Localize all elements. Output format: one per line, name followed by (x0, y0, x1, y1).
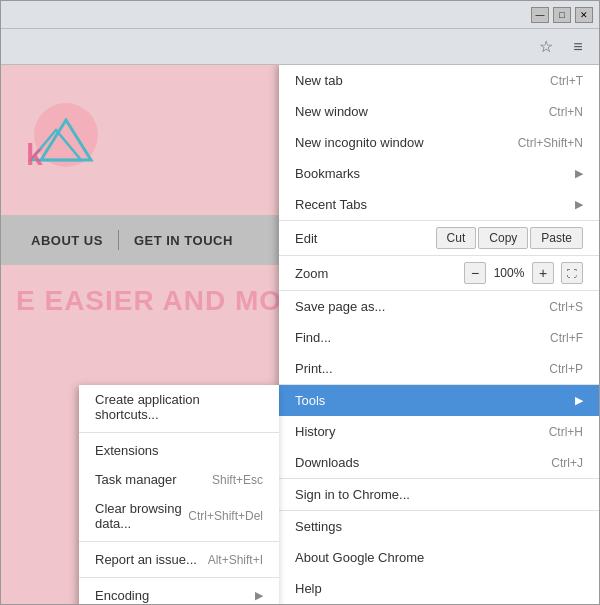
website-content: k ABOUT US GET IN TOUCH E EASIER AND MOR… (1, 65, 599, 604)
submenu-extensions-label: Extensions (95, 443, 159, 458)
menu-history-label: History (295, 424, 335, 439)
menu-new-incognito-shortcut: Ctrl+Shift+N (518, 136, 583, 150)
menu-icon[interactable]: ≡ (565, 34, 591, 60)
zoom-controls: − 100% + ⛶ (464, 262, 583, 284)
submenu-report-issue[interactable]: Report an issue... Alt+Shift+I (79, 545, 279, 574)
menu-tools[interactable]: Tools ▶ (279, 385, 599, 416)
zoom-value: 100% (489, 266, 529, 280)
submenu-encoding[interactable]: Encoding ▶ (79, 581, 279, 604)
tools-arrow-icon: ▶ (575, 394, 583, 407)
close-button[interactable]: ✕ (575, 7, 593, 23)
menu-sign-in-label: Sign in to Chrome... (295, 487, 410, 502)
browser-toolbar: ☆ ≡ (1, 29, 599, 65)
zoom-plus-button[interactable]: + (532, 262, 554, 284)
menu-new-incognito-label: New incognito window (295, 135, 424, 150)
paste-button[interactable]: Paste (530, 227, 583, 249)
edit-label: Edit (295, 231, 317, 246)
menu-save-page-label: Save page as... (295, 299, 385, 314)
submenu-create-app-label: Create application shortcuts... (95, 392, 263, 422)
title-bar: — □ ✕ (1, 1, 599, 29)
menu-new-tab-shortcut: Ctrl+T (550, 74, 583, 88)
copy-button[interactable]: Copy (478, 227, 528, 249)
zoom-fullscreen-button[interactable]: ⛶ (561, 262, 583, 284)
menu-help[interactable]: Help (279, 573, 599, 604)
menu-recent-tabs[interactable]: Recent Tabs ▶ (279, 189, 599, 221)
menu-about-chrome-label: About Google Chrome (295, 550, 424, 565)
submenu-extensions[interactable]: Extensions (79, 436, 279, 465)
submenu-encoding-label: Encoding (95, 588, 149, 603)
maximize-button[interactable]: □ (553, 7, 571, 23)
menu-history[interactable]: History Ctrl+H (279, 416, 599, 447)
submenu-report-issue-shortcut: Alt+Shift+I (208, 553, 263, 567)
menu-find-label: Find... (295, 330, 331, 345)
menu-print-label: Print... (295, 361, 333, 376)
window-controls: — □ ✕ (531, 7, 593, 23)
menu-print[interactable]: Print... Ctrl+P (279, 353, 599, 385)
nav-about-us[interactable]: ABOUT US (16, 233, 118, 248)
submenu-create-app[interactable]: Create application shortcuts... (79, 385, 279, 429)
menu-save-page[interactable]: Save page as... Ctrl+S (279, 291, 599, 322)
menu-bookmarks-label: Bookmarks (295, 166, 360, 181)
menu-save-page-shortcut: Ctrl+S (549, 300, 583, 314)
submenu-task-manager[interactable]: Task manager Shift+Esc (79, 465, 279, 494)
tools-row-container: Tools ▶ Create application shortcuts... … (279, 385, 599, 416)
zoom-minus-button[interactable]: − (464, 262, 486, 284)
menu-history-shortcut: Ctrl+H (549, 425, 583, 439)
minimize-button[interactable]: — (531, 7, 549, 23)
menu-recent-tabs-label: Recent Tabs (295, 197, 367, 212)
menu-new-tab[interactable]: New tab Ctrl+T (279, 65, 599, 96)
menu-print-shortcut: Ctrl+P (549, 362, 583, 376)
encoding-arrow-icon: ▶ (255, 589, 263, 602)
menu-downloads[interactable]: Downloads Ctrl+J (279, 447, 599, 479)
menu-downloads-label: Downloads (295, 455, 359, 470)
menu-find[interactable]: Find... Ctrl+F (279, 322, 599, 353)
submenu-task-manager-label: Task manager (95, 472, 177, 487)
submenu-task-manager-shortcut: Shift+Esc (212, 473, 263, 487)
tools-submenu: Create application shortcuts... Extensio… (79, 385, 279, 604)
menu-new-window-shortcut: Ctrl+N (549, 105, 583, 119)
edit-row: Edit Cut Copy Paste (279, 221, 599, 256)
menu-tools-label: Tools (295, 393, 325, 408)
logo-svg: k (21, 100, 111, 180)
edit-buttons: Cut Copy Paste (436, 227, 583, 249)
nav-get-in-touch[interactable]: GET IN TOUCH (119, 233, 248, 248)
recent-tabs-arrow-icon: ▶ (575, 198, 583, 211)
browser-menu: New tab Ctrl+T New window Ctrl+N New inc… (279, 65, 599, 604)
submenu-clear-browsing[interactable]: Clear browsing data... Ctrl+Shift+Del (79, 494, 279, 538)
menu-new-window[interactable]: New window Ctrl+N (279, 96, 599, 127)
submenu-clear-browsing-label: Clear browsing data... (95, 501, 188, 531)
submenu-separator-1 (79, 432, 279, 433)
star-icon[interactable]: ☆ (533, 34, 559, 60)
submenu-report-issue-label: Report an issue... (95, 552, 197, 567)
menu-about-chrome[interactable]: About Google Chrome (279, 542, 599, 573)
menu-new-window-label: New window (295, 104, 368, 119)
submenu-separator-3 (79, 577, 279, 578)
submenu-separator-2 (79, 541, 279, 542)
submenu-clear-browsing-shortcut: Ctrl+Shift+Del (188, 509, 263, 523)
menu-settings-label: Settings (295, 519, 342, 534)
cut-button[interactable]: Cut (436, 227, 477, 249)
menu-new-incognito[interactable]: New incognito window Ctrl+Shift+N (279, 127, 599, 158)
browser-window: — □ ✕ ☆ ≡ k ABO (0, 0, 600, 605)
menu-sign-in[interactable]: Sign in to Chrome... (279, 479, 599, 511)
menu-settings[interactable]: Settings (279, 511, 599, 542)
bookmarks-arrow-icon: ▶ (575, 167, 583, 180)
menu-new-tab-label: New tab (295, 73, 343, 88)
menu-help-label: Help (295, 581, 322, 596)
logo-area: k (21, 100, 111, 180)
zoom-label: Zoom (295, 266, 328, 281)
zoom-row: Zoom − 100% + ⛶ (279, 256, 599, 291)
menu-bookmarks[interactable]: Bookmarks ▶ (279, 158, 599, 189)
svg-text:k: k (26, 138, 43, 171)
menu-find-shortcut: Ctrl+F (550, 331, 583, 345)
menu-downloads-shortcut: Ctrl+J (551, 456, 583, 470)
